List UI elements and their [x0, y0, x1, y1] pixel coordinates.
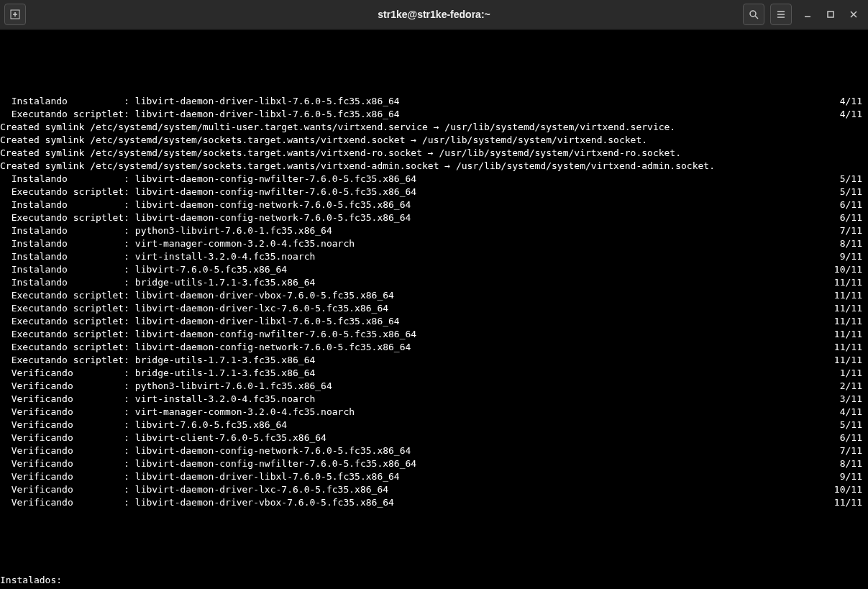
hamburger-icon	[776, 9, 786, 19]
output-line: Executando scriptlet: libvirt-daemon-con…	[0, 341, 868, 354]
output-text: Instalando : libvirt-daemon-config-nwfil…	[0, 173, 416, 186]
output-text: Verificando : libvirt-client-7.6.0-5.fc3…	[0, 432, 326, 444]
output-text: Verificando : libvirt-7.6.0-5.fc35.x86_6…	[0, 419, 287, 432]
output-line: Verificando : bridge-utils-1.7.1-3.fc35.…	[0, 367, 868, 380]
output-text: Verificando : libvirt-daemon-config-nwfi…	[0, 457, 416, 470]
output-line: Instalando : bridge-utils-1.7.1-3.fc35.x…	[0, 276, 868, 289]
progress-counter: 6/11	[840, 211, 868, 224]
output-line: Verificando : libvirt-7.6.0-5.fc35.x86_6…	[0, 419, 868, 432]
output-text: Verificando : virt-install-3.2.0-4.fc35.…	[0, 393, 315, 406]
progress-counter: 8/11	[840, 237, 868, 250]
svg-point-1	[750, 11, 756, 17]
output-text: Executando scriptlet: libvirt-daemon-con…	[0, 328, 416, 341]
output-text: Executando scriptlet: libvirt-daemon-dri…	[0, 302, 388, 315]
minimize-icon	[803, 10, 812, 19]
output-text: Verificando : bridge-utils-1.7.1-3.fc35.…	[0, 367, 315, 380]
progress-counter: 5/11	[840, 186, 868, 198]
output-text: Executando scriptlet: libvirt-daemon-con…	[0, 211, 411, 224]
output-line: Executando scriptlet: libvirt-daemon-dri…	[0, 315, 868, 328]
output-text: Instalando : virt-install-3.2.0-4.fc35.n…	[0, 250, 315, 263]
progress-counter: 11/11	[834, 328, 868, 341]
progress-counter: 11/11	[834, 354, 868, 367]
close-button[interactable]	[844, 4, 864, 24]
output-line: Verificando : libvirt-client-7.6.0-5.fc3…	[0, 432, 868, 444]
progress-counter: 11/11	[834, 496, 868, 509]
search-icon	[749, 9, 759, 19]
output-line: Created symlink /etc/systemd/system/sock…	[0, 134, 868, 147]
output-line: Executando scriptlet: libvirt-daemon-con…	[0, 211, 868, 224]
maximize-button[interactable]	[821, 4, 841, 24]
output-text: Executando scriptlet: libvirt-daemon-dri…	[0, 315, 400, 328]
progress-counter: 10/11	[834, 263, 868, 276]
output-text: Created symlink /etc/systemd/system/sock…	[0, 147, 681, 160]
plus-icon	[10, 9, 20, 19]
progress-counter: 4/11	[840, 108, 868, 121]
output-text: Executando scriptlet: libvirt-daemon-dri…	[0, 108, 400, 121]
output-text: Executando scriptlet: libvirt-daemon-con…	[0, 186, 416, 198]
output-line: Instalando : python3-libvirt-7.6.0-1.fc3…	[0, 224, 868, 237]
output-text: Instalando : libvirt-daemon-driver-libxl…	[0, 95, 400, 108]
output-line: Instalando : libvirt-7.6.0-5.fc35.x86_64…	[0, 263, 868, 276]
output-line: Executando scriptlet: libvirt-daemon-dri…	[0, 108, 868, 121]
output-line: Executando scriptlet: bridge-utils-1.7.1…	[0, 354, 868, 367]
progress-counter: 2/11	[840, 380, 868, 393]
new-tab-button[interactable]	[4, 4, 26, 25]
progress-counter: 10/11	[834, 483, 868, 496]
output-line: Created symlink /etc/systemd/system/sock…	[0, 160, 868, 173]
output-text: Instalando : libvirt-7.6.0-5.fc35.x86_64	[0, 263, 287, 276]
output-text: Executando scriptlet: libvirt-daemon-con…	[0, 341, 411, 354]
progress-counter: 6/11	[840, 432, 868, 444]
titlebar-left	[0, 4, 29, 25]
progress-counter: 11/11	[834, 276, 868, 289]
output-line: Executando scriptlet: libvirt-daemon-dri…	[0, 289, 868, 302]
progress-counter: 6/11	[840, 198, 868, 211]
output-text: Instalando : python3-libvirt-7.6.0-1.fc3…	[0, 224, 332, 237]
progress-counter: 11/11	[834, 315, 868, 328]
svg-rect-2	[828, 12, 833, 17]
output-line: Created symlink /etc/systemd/system/sock…	[0, 147, 868, 160]
progress-counter: 9/11	[840, 250, 868, 263]
output-text: Verificando : virt-manager-common-3.2.0-…	[0, 406, 355, 419]
progress-counter: 11/11	[834, 289, 868, 302]
output-line: Verificando : libvirt-daemon-driver-libx…	[0, 470, 868, 483]
maximize-icon	[826, 10, 835, 19]
output-line: Verificando : libvirt-daemon-config-nwfi…	[0, 457, 868, 470]
output-text: Verificando : python3-libvirt-7.6.0-1.fc…	[0, 380, 332, 393]
close-icon	[849, 10, 858, 19]
output-line: Created symlink /etc/systemd/system/mult…	[0, 121, 868, 134]
progress-counter: 4/11	[840, 406, 868, 419]
output-text: Created symlink /etc/systemd/system/mult…	[0, 121, 675, 134]
output-line: Instalando : virt-manager-common-3.2.0-4…	[0, 237, 868, 250]
output-line: Verificando : virt-manager-common-3.2.0-…	[0, 406, 868, 419]
output-text: Created symlink /etc/systemd/system/sock…	[0, 160, 715, 173]
output-line: Executando scriptlet: libvirt-daemon-con…	[0, 186, 868, 198]
output-text: Verificando : libvirt-daemon-driver-vbox…	[0, 496, 394, 509]
progress-counter: 5/11	[840, 419, 868, 432]
search-button[interactable]	[743, 4, 764, 25]
output-line: Instalando : virt-install-3.2.0-4.fc35.n…	[0, 250, 868, 263]
window-title: str1ke@str1ke-fedora:~	[0, 9, 868, 20]
output-text: Verificando : libvirt-daemon-driver-libx…	[0, 470, 400, 483]
progress-counter: 7/11	[840, 224, 868, 237]
progress-counter: 1/11	[840, 367, 868, 380]
minimize-button[interactable]	[798, 4, 818, 24]
menu-button[interactable]	[770, 4, 792, 25]
progress-counter: 9/11	[840, 470, 868, 483]
installed-header: Instalados:	[0, 574, 62, 587]
titlebar-right	[743, 4, 868, 25]
output-line: Executando scriptlet: libvirt-daemon-dri…	[0, 302, 868, 315]
titlebar: str1ke@str1ke-fedora:~	[0, 0, 868, 30]
output-text: Executando scriptlet: libvirt-daemon-dri…	[0, 289, 394, 302]
progress-counter: 8/11	[840, 457, 868, 470]
output-line: Instalando : libvirt-daemon-driver-libxl…	[0, 95, 868, 108]
output-text: Instalando : bridge-utils-1.7.1-3.fc35.x…	[0, 276, 315, 289]
output-line: Verificando : libvirt-daemon-driver-lxc-…	[0, 483, 868, 496]
output-line: Verificando : libvirt-daemon-config-netw…	[0, 444, 868, 457]
output-text: Executando scriptlet: bridge-utils-1.7.1…	[0, 354, 315, 367]
progress-counter: 4/11	[840, 95, 868, 108]
output-text: Verificando : libvirt-daemon-config-netw…	[0, 444, 411, 457]
progress-counter: 5/11	[840, 173, 868, 186]
terminal-output[interactable]: Instalando : libvirt-daemon-driver-libxl…	[0, 30, 868, 589]
progress-counter: 11/11	[834, 341, 868, 354]
progress-counter: 11/11	[834, 302, 868, 315]
